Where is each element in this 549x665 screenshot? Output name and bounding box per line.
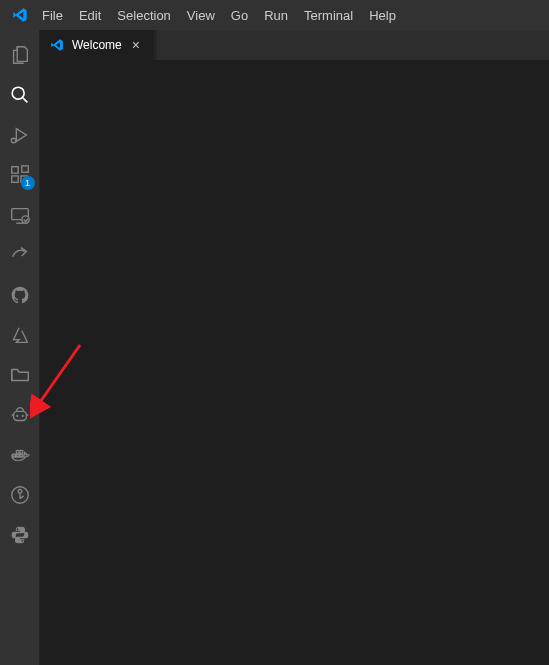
- remote-icon: [9, 204, 31, 229]
- docker-icon: [9, 444, 31, 469]
- svg-rect-5: [21, 165, 27, 171]
- activity-bar: 1: [0, 30, 40, 665]
- search-button[interactable]: [0, 76, 40, 116]
- menu-help[interactable]: Help: [361, 0, 404, 30]
- gitlens-button[interactable]: [0, 476, 40, 516]
- share-icon: [9, 244, 31, 269]
- copilot-icon: [9, 404, 31, 429]
- python-button[interactable]: [0, 516, 40, 556]
- svg-rect-15: [20, 450, 23, 453]
- folder-icon: [9, 364, 31, 389]
- svg-point-0: [12, 87, 24, 99]
- vscode-logo-icon: [6, 7, 34, 23]
- menu-view[interactable]: View: [179, 0, 223, 30]
- tab-bar-fill: [157, 30, 549, 60]
- menu-run[interactable]: Run: [256, 0, 296, 30]
- menu-file[interactable]: File: [34, 0, 71, 30]
- github-icon: [10, 285, 30, 308]
- svg-rect-8: [13, 411, 26, 420]
- vscode-logo-icon: [50, 37, 66, 53]
- docker-button[interactable]: [0, 436, 40, 476]
- menu-selection[interactable]: Selection: [109, 0, 178, 30]
- search-icon: [9, 84, 31, 109]
- run-debug-button[interactable]: [0, 116, 40, 156]
- close-icon: ×: [132, 38, 140, 52]
- menu-edit[interactable]: Edit: [71, 0, 109, 30]
- menu-bar: File Edit Selection View Go Run Terminal…: [0, 0, 549, 30]
- svg-rect-3: [11, 175, 17, 181]
- tab-welcome[interactable]: Welcome ×: [40, 30, 155, 60]
- python-icon: [10, 525, 30, 548]
- remote-explorer-button[interactable]: [0, 196, 40, 236]
- debug-icon: [9, 124, 31, 149]
- copilot-button[interactable]: [0, 396, 40, 436]
- github-button[interactable]: [0, 276, 40, 316]
- extensions-badge: 1: [21, 176, 35, 190]
- svg-point-9: [16, 414, 18, 416]
- tab-bar: Welcome ×: [40, 30, 549, 60]
- svg-rect-14: [16, 450, 19, 453]
- tab-label: Welcome: [72, 38, 122, 52]
- extensions-button[interactable]: 1: [0, 156, 40, 196]
- svg-point-1: [11, 138, 16, 143]
- menu-terminal[interactable]: Terminal: [296, 0, 361, 30]
- svg-point-17: [18, 489, 22, 493]
- menu-go[interactable]: Go: [223, 0, 256, 30]
- project-button[interactable]: [0, 356, 40, 396]
- tab-close-button[interactable]: ×: [128, 37, 144, 53]
- share-button[interactable]: [0, 236, 40, 276]
- azure-icon: [9, 324, 31, 349]
- svg-rect-2: [11, 166, 17, 172]
- explorer-button[interactable]: [0, 36, 40, 76]
- editor-area: Welcome ×: [40, 30, 549, 665]
- svg-point-10: [21, 414, 23, 416]
- gitlens-icon: [9, 484, 31, 509]
- editor-body: [40, 60, 549, 665]
- azure-button[interactable]: [0, 316, 40, 356]
- files-icon: [9, 44, 31, 69]
